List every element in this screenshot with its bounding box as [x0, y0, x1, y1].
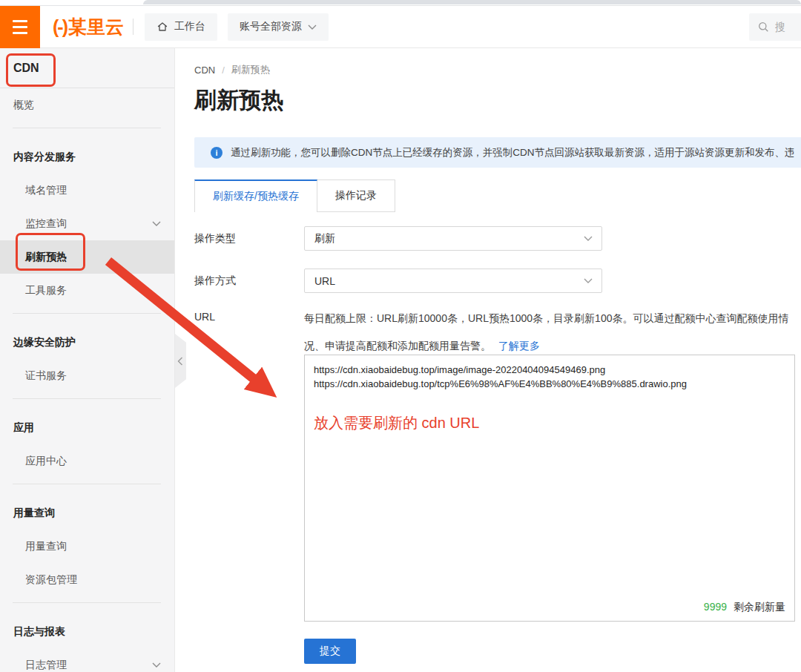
sidebar-item-overview[interactable]: 概览	[0, 88, 174, 122]
operation-method-label: 操作方式	[194, 269, 236, 293]
sidebar: CDN 概览内容分发服务域名管理监控查询刷新预热工具服务边缘安全防护证书服务应用…	[0, 48, 175, 672]
sidebar-item-monitoring-query[interactable]: 监控查询	[0, 207, 174, 240]
account-resources-label: 账号全部资源	[240, 20, 302, 33]
operation-type-value: 刷新	[314, 232, 335, 246]
sidebar-title: CDN	[0, 48, 174, 88]
logo-mark: (-)	[53, 16, 67, 37]
sidebar-item-domain-management[interactable]: 域名管理	[0, 174, 174, 207]
operation-type-label: 操作类型	[194, 226, 236, 251]
sidebar-divider	[13, 484, 161, 484]
breadcrumb-cdn[interactable]: CDN	[194, 65, 215, 76]
chevron-down-icon	[584, 236, 593, 241]
sidebar-collapse-handle[interactable]	[175, 334, 186, 388]
url-textarea[interactable]: https://cdn.xiaobaidebug.top/image/image…	[305, 355, 794, 621]
tab-bar: 刷新缓存/预热缓存 操作记录	[194, 179, 395, 212]
tab-operation-records[interactable]: 操作记录	[317, 179, 395, 212]
learn-more-link[interactable]: 了解更多	[498, 340, 540, 352]
sidebar-item-resource-package-management[interactable]: 资源包管理	[0, 563, 174, 596]
page-title: 刷新预热	[194, 85, 283, 115]
sidebar-divider	[13, 398, 161, 399]
sidebar-divider	[13, 128, 161, 128]
sidebar-item-label: 监控查询	[25, 217, 67, 231]
tab-refresh-prefetch-cache[interactable]: 刷新缓存/预热缓存	[194, 179, 317, 212]
sidebar-divider	[13, 602, 161, 603]
sidebar-divider	[13, 313, 161, 314]
sidebar-item-label: 证书服务	[25, 369, 67, 383]
sidebar-group-edge-security: 边缘安全防护	[0, 326, 174, 359]
workbench-label: 工作台	[174, 20, 205, 33]
sidebar-item-usage-query[interactable]: 用量查询	[0, 530, 174, 563]
sidebar-item-label: 应用中心	[25, 455, 67, 468]
url-textarea-container: https://cdn.xiaobaidebug.top/image/image…	[304, 355, 795, 622]
home-icon	[156, 21, 168, 33]
brand-logo[interactable]: (-)某里云	[53, 15, 124, 39]
header: (-)某里云 工作台 账号全部资源	[0, 6, 801, 48]
sidebar-group-logs-reports: 日志与报表	[0, 615, 174, 648]
chevron-down-icon	[152, 221, 161, 226]
operation-type-select[interactable]: 刷新	[304, 226, 602, 251]
operation-method-select[interactable]: URL	[304, 269, 602, 293]
info-banner: i 通过刷新功能，您可以删除CDN节点上已经缓存的资源，并强制CDN节点回源站获…	[194, 137, 801, 168]
sidebar-group-content-delivery: 内容分发服务	[0, 140, 174, 174]
sidebar-item-refresh-prefetch[interactable]: 刷新预热	[0, 240, 174, 274]
info-banner-text: 通过刷新功能，您可以删除CDN节点上已经缓存的资源，并强制CDN节点回源站获取最…	[231, 146, 795, 159]
sidebar-item-label: 日志管理	[25, 659, 67, 672]
breadcrumb-separator: /	[222, 65, 225, 76]
quota-text: 每日配额上限：URL刷新10000条，URL预热1000条，目录刷新100条。可…	[304, 312, 788, 352]
sidebar-item-app-center[interactable]: 应用中心	[0, 444, 174, 478]
search-icon	[758, 22, 769, 33]
workbench-button[interactable]: 工作台	[145, 13, 217, 41]
browser-top-strip	[0, 0, 801, 6]
breadcrumb-current: 刷新预热	[231, 63, 270, 76]
browser-chrome-fragment	[143, 0, 801, 4]
sidebar-item-log-management[interactable]: 日志管理	[0, 648, 174, 672]
sidebar-item-label: 用量查询	[25, 540, 67, 553]
breadcrumb: CDN / 刷新预热	[194, 63, 270, 76]
sidebar-item-label: 概览	[13, 99, 34, 112]
main-content: CDN / 刷新预热 刷新预热 i 通过刷新功能，您可以删除CDN节点上已经缓存…	[175, 48, 801, 672]
sidebar-group-usage-query-group: 用量查询	[0, 496, 174, 530]
global-search[interactable]	[749, 13, 801, 41]
sidebar-item-label: 工具服务	[25, 284, 67, 297]
logo-text: 某里云	[68, 16, 124, 37]
chevron-down-icon	[584, 278, 593, 283]
sidebar-item-certificate-service[interactable]: 证书服务	[0, 359, 174, 392]
menu-icon[interactable]	[0, 6, 40, 48]
url-label: URL	[194, 305, 215, 329]
sidebar-nav: 概览内容分发服务域名管理监控查询刷新预热工具服务边缘安全防护证书服务应用应用中心…	[0, 88, 174, 672]
sidebar-group-application: 应用	[0, 411, 174, 444]
chevron-down-icon	[152, 662, 161, 668]
page: (-)某里云 工作台 账号全部资源 CDN 概览内容分发服务域名管理监控查询刷新…	[0, 0, 801, 672]
header-separator	[133, 19, 134, 35]
sidebar-item-label: 资源包管理	[25, 573, 77, 587]
sidebar-item-label: 域名管理	[25, 184, 67, 197]
sidebar-item-tool-services[interactable]: 工具服务	[0, 274, 174, 307]
account-resources-dropdown[interactable]: 账号全部资源	[228, 13, 329, 41]
search-input[interactable]	[775, 21, 801, 33]
submit-button[interactable]: 提交	[304, 639, 356, 664]
quota-description: 每日配额上限：URL刷新10000条，URL预热1000条，目录刷新100条。可…	[304, 305, 801, 360]
sidebar-item-label: 刷新预热	[25, 251, 67, 264]
chevron-down-icon	[308, 24, 317, 30]
info-icon: i	[211, 147, 222, 159]
operation-method-value: URL	[314, 275, 335, 287]
chevron-left-icon	[177, 357, 183, 366]
